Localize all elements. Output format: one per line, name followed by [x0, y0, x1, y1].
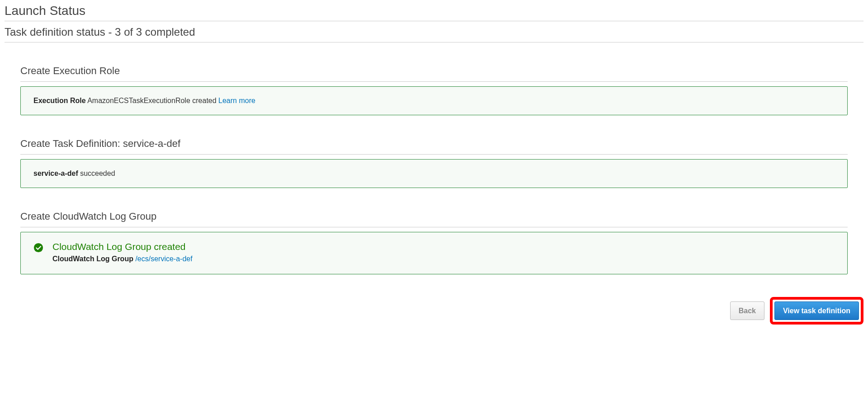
task-def-message: succeeded	[78, 169, 115, 177]
highlight-annotation: View task definition	[770, 297, 863, 325]
check-circle-icon	[33, 243, 43, 253]
section-task-definition: Create Task Definition: service-a-def se…	[5, 138, 863, 188]
log-group-label: CloudWatch Log Group	[52, 255, 133, 263]
section-execution-role: Create Execution Role Execution Role Ama…	[5, 65, 863, 115]
status-box-task-definition: service-a-def succeeded	[20, 159, 848, 188]
section-log-group: Create CloudWatch Log Group CloudWatch L…	[5, 211, 863, 274]
status-box-log-group: CloudWatch Log Group created CloudWatch …	[20, 232, 848, 274]
view-task-definition-button[interactable]: View task definition	[774, 301, 859, 320]
button-row: Back View task definition	[5, 297, 863, 325]
status-line-execution-role: Execution Role AmazonECSTaskExecutionRol…	[33, 97, 835, 105]
log-group-link[interactable]: /ecs/service-a-def	[133, 255, 193, 263]
section-heading-task-definition: Create Task Definition: service-a-def	[20, 138, 848, 155]
log-group-detail: CloudWatch Log Group /ecs/service-a-def	[52, 255, 835, 263]
page-title: Launch Status	[5, 0, 863, 21]
back-button[interactable]: Back	[730, 301, 764, 320]
section-heading-log-group: Create CloudWatch Log Group	[20, 211, 848, 227]
section-heading-execution-role: Create Execution Role	[20, 65, 848, 82]
log-group-content: CloudWatch Log Group created CloudWatch …	[52, 241, 835, 263]
status-box-execution-role: Execution Role AmazonECSTaskExecutionRol…	[20, 86, 848, 115]
execution-role-label: Execution Role	[33, 97, 86, 104]
log-group-title: CloudWatch Log Group created	[52, 241, 835, 252]
status-subtitle: Task definition status - 3 of 3 complete…	[5, 21, 863, 42]
svg-point-0	[34, 243, 43, 252]
status-line-task-definition: service-a-def succeeded	[33, 169, 835, 178]
learn-more-link[interactable]: Learn more	[218, 97, 255, 104]
task-def-name: service-a-def	[33, 169, 78, 177]
execution-role-message: AmazonECSTaskExecutionRole created	[86, 97, 218, 104]
